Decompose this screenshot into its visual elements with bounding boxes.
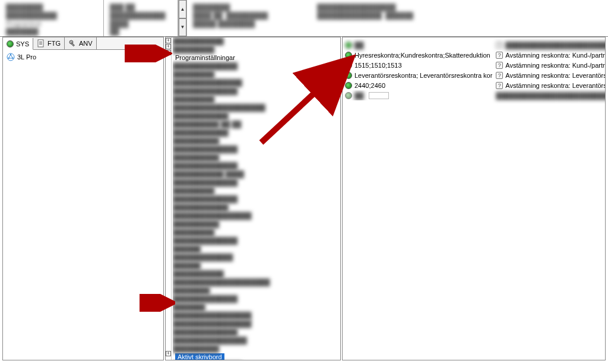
tree-root-label: 3L Pro — [17, 53, 36, 61]
value-text: 2440;2460 — [354, 82, 385, 89]
doc-icon — [37, 39, 45, 48]
globe-icon — [345, 42, 352, 49]
tab-ftg[interactable]: FTG — [33, 37, 65, 49]
header-box-4: █████████████████ ██████████████ ██████ — [311, 0, 424, 36]
tab-sys[interactable]: SYS — [3, 38, 33, 50]
list-item[interactable]: ? Avstämning reskontra: Kund-/partreskon… — [496, 50, 606, 60]
header-box-3: ████████ ████ ██ █████████ █████ ███████… — [186, 0, 311, 36]
tree-item-aktivt-skrivbord[interactable]: Aktivt skrivbord — [173, 353, 340, 360]
descriptions-column: ? ████████████████████████████ ? Avstämn… — [496, 40, 606, 100]
list-item[interactable]: ██ — [345, 40, 492, 50]
collapse-glyph[interactable]: − — [166, 50, 171, 55]
expand-glyph[interactable]: + — [166, 44, 171, 49]
globe-icon — [345, 52, 352, 59]
wrench-icon — [68, 39, 77, 48]
section-programinstallningar[interactable]: Programinställningar — [173, 54, 340, 62]
globe-icon — [345, 62, 352, 69]
list-item[interactable]: ? Avstämning reskontra: Leverantörsresko… — [496, 80, 606, 90]
list-item[interactable]: ? Avstämning reskontra: Leverantörsresko… — [496, 70, 606, 80]
expand-glyph[interactable]: + — [166, 351, 171, 356]
selected-label: Aktivt skrivbord — [175, 353, 224, 360]
help-icon: ? — [496, 52, 503, 59]
tree: 3L Pro — [3, 50, 163, 64]
tab-label: FTG — [48, 40, 61, 47]
value-text: Hyresreskontra;Kundreskontra;Skattereduk… — [354, 52, 490, 59]
desc-text: Avstämning reskontra: Kund-/partreskontr… — [505, 52, 606, 59]
tab-anv[interactable]: ANV — [65, 37, 97, 49]
list-item[interactable]: ? ████████████████████████████ — [496, 40, 606, 50]
toggle[interactable] — [369, 92, 389, 99]
tab-label: ANV — [79, 40, 93, 47]
tree-root[interactable]: 3L Pro — [7, 52, 160, 62]
left-pane: SYS FTG ANV — [2, 37, 164, 360]
header-stepper: ▲ ▼ — [178, 0, 186, 36]
help-icon: ? — [496, 82, 503, 89]
tab-label: SYS — [16, 40, 29, 48]
tree-gutter: + + − + — [166, 37, 172, 360]
settings-tree[interactable]: ███████████ █████████ Programinställning… — [173, 37, 340, 360]
value-text: Leverantörsreskontra; Leverantörsreskont… — [354, 72, 492, 79]
svg-rect-5 — [71, 43, 75, 46]
list-item[interactable]: ██ — [345, 90, 492, 100]
globe-icon — [345, 92, 352, 99]
globe-icon — [7, 40, 14, 48]
list-item[interactable]: Leverantörsreskontra; Leverantörsreskont… — [345, 70, 492, 80]
header: ████████ ███████████ Programinst ███████… — [0, 0, 608, 37]
section-label: Programinställningar — [175, 54, 235, 61]
right-pane: ██ Hyresreskontra;Kundreskontra;Skattere… — [342, 37, 606, 360]
list-item[interactable]: Hyresreskontra;Kundreskontra;Skattereduk… — [345, 50, 492, 60]
globe-icon — [345, 72, 352, 79]
desc-text: Avstämning reskontra: Leverantörsreskont… — [505, 82, 606, 89]
svg-rect-2 — [39, 43, 42, 43]
header-box-2: ███ ██ ████████████ ████ ██ — [104, 0, 178, 36]
help-icon: ? — [496, 72, 503, 79]
help-icon: ? — [496, 42, 503, 49]
list-item[interactable]: ██████████████████████████ — [496, 90, 606, 100]
desc-text: Avstämning reskontra: Leverantörsreskont… — [505, 72, 606, 79]
middle-pane: + + − + ███████████ █████████ Programins… — [165, 37, 341, 360]
svg-rect-3 — [39, 44, 42, 45]
expand-glyph[interactable]: + — [166, 38, 171, 43]
stepper-up[interactable]: ▲ — [179, 0, 186, 18]
stepper-down[interactable]: ▼ — [179, 18, 186, 37]
globe-icon — [345, 82, 352, 89]
value-text: 1515;1510;1513 — [354, 62, 402, 69]
values-column: ██ Hyresreskontra;Kundreskontra;Skattere… — [345, 40, 492, 100]
list-item[interactable]: ? Avstämning reskontra: Kund-/partreskon… — [496, 60, 606, 70]
tab-strip: SYS FTG ANV — [3, 37, 163, 50]
help-icon: ? — [496, 62, 503, 69]
svg-rect-1 — [39, 42, 42, 42]
header-box-1: ████████ ███████████ Programinst ███████ — [0, 0, 104, 36]
desc-text: Avstämning reskontra: Kund-/partreskontr… — [505, 62, 606, 69]
list-item[interactable]: 1515;1510;1513 — [345, 60, 492, 70]
3l-icon — [7, 53, 15, 61]
list-item[interactable]: 2440;2460 — [345, 80, 492, 90]
